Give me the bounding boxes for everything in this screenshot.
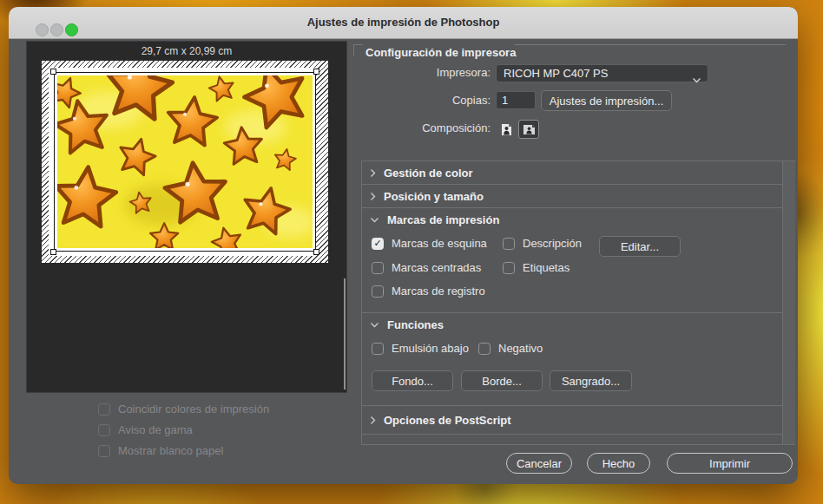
landscape-orientation-icon [523, 124, 536, 135]
chevron-down-icon [370, 217, 379, 223]
checkbox-labels[interactable]: ✓ Etiquetas [503, 261, 570, 274]
section-functions[interactable]: Funciones [362, 313, 782, 337]
checkbox-box[interactable]: ✓ [503, 238, 515, 250]
checkbox-box[interactable]: ✓ [372, 285, 384, 298]
checkbox-label: Negativo [498, 342, 543, 355]
checkbox-box[interactable]: ✓ [503, 262, 515, 274]
chevron-right-icon [370, 168, 376, 178]
checkbox-label: Emulsión abajo [392, 342, 469, 355]
edit-button[interactable]: Editar... [599, 236, 681, 257]
checkbox-label: Coincidir colores de impresión [118, 403, 269, 416]
checkbox-box[interactable]: ✓ [372, 238, 384, 250]
background-button[interactable]: Fondo... [372, 370, 453, 391]
paper-size-label: 29,7 cm x 20,99 cm [27, 45, 346, 57]
checkbox-negative[interactable]: ✓ Negativo [478, 342, 543, 355]
checkbox-label: Aviso de gama [118, 423, 193, 436]
desktop-background: Ajustes de impresión de Photoshop 29,7 c… [0, 0, 823, 504]
corner-mark-handle[interactable] [313, 69, 319, 75]
orientation-landscape-button[interactable] [518, 120, 539, 139]
crop-marks-frame [54, 72, 316, 252]
section-title: Funciones [387, 318, 444, 331]
printer-select[interactable]: RICOH MP C407 PS [496, 64, 708, 82]
chevron-down-icon [692, 71, 701, 88]
corner-mark-handle[interactable] [313, 249, 319, 255]
print-settings-dialog: Ajustes de impresión de Photoshop 29,7 c… [9, 7, 798, 484]
section-title: Gestión de color [384, 167, 473, 180]
checkbox-box[interactable]: ✓ [372, 262, 384, 274]
section-position-size[interactable]: Posición y tamaño [362, 185, 782, 207]
checkbox-label: Descripción [523, 237, 582, 250]
checkbox-gamut-warning: Aviso de gama [98, 423, 193, 436]
checkbox-emulsion-down[interactable]: ✓ Emulsión abajo [372, 342, 469, 355]
window-title: Ajustes de impresión de Photoshop [9, 7, 798, 38]
heading-rule-right [514, 44, 786, 45]
checkbox-show-paper-white: Mostrar blanco papel [98, 444, 223, 457]
section-postscript-options[interactable]: Opciones de PostScript [362, 406, 782, 434]
separator [362, 434, 782, 435]
checkbox-box[interactable]: ✓ [372, 343, 384, 355]
border-button[interactable]: Borde... [461, 370, 543, 391]
layout-label: Composición: [360, 121, 491, 134]
printer-select-value: RICOH MP C407 PS [504, 67, 608, 80]
artwork-image[interactable] [57, 75, 313, 248]
orientation-portrait-button[interactable] [497, 120, 516, 139]
checkbox-label: Marcas centradas [392, 261, 481, 274]
checkbox-label: Etiquetas [523, 261, 570, 274]
checkbox-corner-marks[interactable]: ✓ Marcas de esquina [372, 237, 487, 250]
copies-input[interactable] [496, 91, 536, 109]
print-preview-panel: 29,7 cm x 20,99 cm [26, 41, 347, 393]
checkbox-description[interactable]: ✓ Descripción [503, 237, 582, 250]
checkbox-box[interactable]: ✓ [478, 343, 491, 355]
printer-setup-heading: Configuración de impresora [365, 46, 516, 59]
preview-scrollbar[interactable] [344, 278, 346, 389]
checkbox-label: Mostrar blanco papel [118, 444, 223, 457]
copies-label: Copias: [360, 94, 491, 107]
corner-mark-handle[interactable] [50, 249, 56, 255]
checkmark-icon: ✓ [373, 239, 381, 248]
checkbox-center-marks[interactable]: ✓ Marcas centradas [372, 261, 481, 274]
chevron-right-icon [370, 192, 376, 201]
section-title: Marcas de impresión [387, 213, 499, 226]
checkbox-box [98, 445, 110, 457]
section-title: Opciones de PostScript [384, 414, 511, 427]
chevron-right-icon [370, 416, 376, 425]
corner-mark-handle[interactable] [50, 69, 56, 75]
heading-rule-corner [353, 44, 354, 56]
bleed-button[interactable]: Sangrado... [550, 370, 632, 391]
printer-label: Impresora: [360, 66, 491, 79]
checkbox-registration-marks[interactable]: ✓ Marcas de registro [372, 285, 485, 298]
checkbox-box [98, 403, 110, 416]
heading-rule-left [353, 44, 363, 45]
print-settings-button[interactable]: Ajustes de impresión... [541, 90, 672, 111]
chevron-down-icon [370, 322, 379, 328]
section-title: Posición y tamaño [384, 190, 484, 203]
section-color-management[interactable]: Gestión de color [362, 161, 782, 184]
portrait-orientation-icon [501, 123, 512, 136]
section-printing-marks[interactable]: Marcas de impresión [362, 208, 782, 232]
checkbox-label: Marcas de registro [392, 285, 485, 298]
settings-sections: Gestión de color Posición y tamaño Marca… [361, 160, 782, 445]
checkbox-match-print-colors: Coincidir colores de impresión [98, 403, 269, 416]
checkbox-box [98, 424, 110, 436]
cancel-button[interactable]: Cancelar [506, 453, 572, 474]
paper-page [42, 61, 328, 263]
sections-scrollbar-gutter[interactable] [782, 160, 795, 445]
titlebar: Ajustes de impresión de Photoshop [9, 7, 798, 39]
done-button[interactable]: Hecho [587, 453, 650, 474]
print-button[interactable]: Imprimir [667, 453, 793, 474]
checkbox-label: Marcas de esquina [392, 237, 487, 250]
